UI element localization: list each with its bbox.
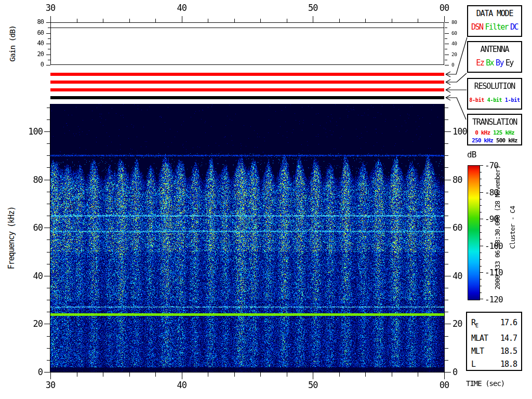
antenna-panel: ANTENNA EzBxByEy <box>467 41 522 73</box>
colorbar-tick <box>480 225 482 226</box>
freq-left-tick <box>47 204 50 204</box>
colorbar-tick <box>480 259 482 260</box>
top-axis-tick <box>77 19 77 22</box>
gain-right-tick <box>445 55 449 55</box>
option-dsn: DSN <box>470 22 484 32</box>
bottom-axis-tick <box>77 373 77 377</box>
bottom-axis-tick-label: 50 <box>302 380 323 390</box>
freq-right-tick-label: 40 <box>453 271 462 281</box>
top-axis-tick <box>208 19 208 22</box>
freq-left-tick <box>47 300 50 300</box>
freq-right-tick <box>445 360 448 361</box>
top-axis-tick <box>234 19 235 22</box>
top-axis-tick <box>392 19 392 22</box>
colorbar-tick <box>480 172 482 172</box>
gain-left-tick <box>48 60 50 60</box>
translation-panel: TRANSLATION 0 kHz 125 kHz 250 kHz 500 kH… <box>467 114 522 145</box>
info-label-l: L <box>471 358 475 371</box>
gain-right-tick <box>445 22 449 23</box>
gain-left-tick <box>48 28 50 28</box>
bottom-axis-tick <box>365 373 366 377</box>
freq-right-tick-label: 80 <box>453 175 462 185</box>
freq-right-tick <box>445 312 448 312</box>
bottom-axis-tick <box>103 373 103 377</box>
colorbar <box>468 165 480 300</box>
freq-left-tick <box>47 155 50 156</box>
freq-right-tick-label: 0 <box>453 367 457 377</box>
colorbar-tick <box>480 185 482 186</box>
colorbar-tick-label: -90 <box>485 214 498 224</box>
freq-left-tick <box>44 180 50 180</box>
freq-right-tick <box>445 204 448 204</box>
gain-value-line <box>50 28 444 28</box>
freq-left-tick-label: 0 <box>21 367 43 377</box>
freq-left-tick-label: 20 <box>21 318 43 329</box>
freq-right-tick <box>445 372 451 373</box>
bottom-axis-tick-label: 40 <box>171 380 192 390</box>
freq-left-tick <box>47 167 50 168</box>
freq-right-tick <box>445 264 448 264</box>
bottom-axis-tick <box>339 373 340 377</box>
freq-left-tick-label: 60 <box>21 222 43 233</box>
colorbar-tick-label: -110 <box>485 268 503 277</box>
gain-right-tick <box>445 44 449 44</box>
gain-left-tick <box>46 33 50 34</box>
bottom-axis-tick-label: 30 <box>40 380 61 390</box>
top-axis-tick <box>155 19 156 22</box>
gain-right-tick-label: 60 <box>451 30 457 36</box>
colorbar-tick <box>480 292 482 293</box>
freq-right-tick <box>445 216 448 216</box>
top-axis-tick <box>313 16 313 22</box>
option-1bit: 1-bit <box>505 97 520 103</box>
info-row-l: L 18.8 <box>471 358 517 371</box>
freq-left-tick <box>47 216 50 216</box>
freq-right-tick <box>445 143 448 144</box>
gain-left-tick-label: 20 <box>26 50 44 58</box>
top-axis-tick-label: 40 <box>171 3 192 13</box>
bottom-axis-tick <box>418 373 418 377</box>
wbd-spectrogram-page: { "gain_panel": { "ylabel": "Gain (dB)",… <box>0 0 532 399</box>
top-axis-tick <box>418 19 418 22</box>
info-value-re: 17.6 <box>500 316 517 332</box>
colorbar-unit-label: dB <box>467 150 476 159</box>
freq-left-tick-label: 80 <box>21 175 43 185</box>
option-by: By <box>495 58 504 68</box>
spectrogram-right-axis-line <box>444 104 445 373</box>
colorbar-tick <box>480 219 483 219</box>
freq-left-tick <box>47 312 50 312</box>
gain-left-tick <box>46 22 50 23</box>
colorbar-tick <box>480 205 482 206</box>
translation-status-bar <box>50 96 444 99</box>
data-mode-title: DATA MODE <box>468 9 521 18</box>
bottom-axis-tick <box>129 373 130 377</box>
bottom-axis-tick <box>234 373 235 377</box>
info-label-re: RE <box>471 316 478 332</box>
resolution-title: RESOLUTION <box>468 82 521 91</box>
option-ey: Ey <box>504 58 514 68</box>
info-value-l: 18.8 <box>500 358 517 371</box>
colorbar-tick <box>480 179 482 179</box>
freq-right-tick <box>445 192 448 192</box>
freq-right-tick-label: 100 <box>453 126 467 137</box>
top-axis-tick <box>365 19 366 22</box>
colorbar-tick <box>480 199 482 200</box>
antenna-title: ANTENNA <box>468 45 521 54</box>
option-4bit: 4-bit <box>487 97 502 103</box>
gain-left-tick-label: 40 <box>26 39 44 47</box>
top-axis-tick <box>260 19 261 22</box>
freq-right-tick <box>445 240 448 240</box>
top-axis-tick <box>287 19 287 22</box>
option-8bit: 8-bit <box>469 97 484 103</box>
top-axis-tick <box>339 19 340 22</box>
freq-right-tick <box>445 155 448 156</box>
freq-left-tick <box>47 192 50 192</box>
option-filter: Filter <box>484 22 509 32</box>
gain-right-tick-label: 80 <box>451 19 457 25</box>
gain-left-tick <box>46 65 50 65</box>
freq-right-tick <box>445 252 448 252</box>
freq-left-tick <box>47 336 50 337</box>
top-axis-tick <box>103 19 103 22</box>
gain-right-tick-label: 20 <box>451 51 457 57</box>
freq-right-tick <box>445 131 451 132</box>
freq-right-tick <box>445 276 451 276</box>
